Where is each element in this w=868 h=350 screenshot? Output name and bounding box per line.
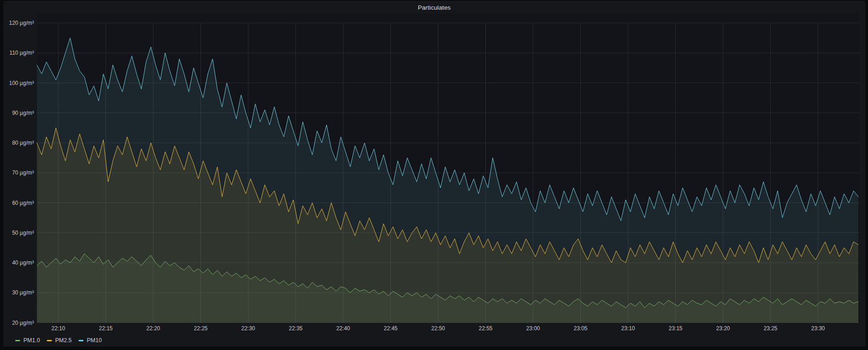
x-axis-label: 22:20 (139, 325, 167, 332)
legend-series-swatch-icon (47, 340, 52, 341)
legend: PM1.0PM2.5PM10 (15, 337, 102, 344)
y-axis-label: 100 µg/m³ (3, 80, 34, 86)
x-axis-label: 22:10 (45, 325, 72, 332)
x-axis-label: 22:35 (282, 325, 310, 332)
x-axis-label: 23:15 (662, 325, 690, 332)
x-axis-label: 23:10 (614, 325, 642, 332)
x-axis-label: 23:20 (709, 325, 737, 332)
x-axis-label: 23:00 (519, 325, 547, 332)
x-axis-label: 22:15 (92, 325, 120, 332)
particulates-panel: Particulates 120 µg/m³110 µg/m³100 µg/m³… (3, 1, 865, 347)
legend-label: PM1.0 (23, 337, 40, 344)
x-axis-label: 23:25 (757, 325, 785, 332)
legend-item-pm10[interactable]: PM1.0 (15, 337, 40, 344)
x-axis-label: 22:30 (234, 325, 262, 332)
y-axis-label: 70 µg/m³ (3, 169, 34, 176)
x-axis-label: 22:50 (424, 325, 452, 332)
legend-series-swatch-icon (15, 340, 20, 341)
dashboard-root: Particulates 120 µg/m³110 µg/m³100 µg/m³… (0, 0, 868, 350)
y-axis-label: 20 µg/m³ (3, 320, 34, 326)
y-axis-label: 60 µg/m³ (3, 200, 34, 206)
x-axis-label: 22:55 (472, 325, 500, 332)
y-axis-label: 50 µg/m³ (3, 230, 34, 236)
x-axis-label: 22:45 (377, 325, 405, 332)
time-series-plot[interactable] (3, 1, 868, 350)
legend-series-swatch-icon (78, 340, 83, 341)
legend-label: PM2.5 (55, 337, 72, 344)
y-axis-label: 80 µg/m³ (3, 140, 34, 146)
legend-item-pm25[interactable]: PM2.5 (47, 337, 72, 344)
y-axis-label: 40 µg/m³ (3, 260, 34, 266)
x-axis-label: 23:05 (567, 325, 595, 332)
legend-label: PM10 (87, 337, 102, 344)
x-axis-label: 22:25 (187, 325, 215, 332)
y-axis-label: 90 µg/m³ (3, 110, 34, 116)
legend-item-pm10[interactable]: PM10 (78, 337, 102, 344)
x-axis-label: 23:30 (804, 325, 832, 332)
y-axis-label: 120 µg/m³ (3, 20, 34, 26)
y-axis-label: 30 µg/m³ (3, 289, 34, 296)
x-axis-label: 22:40 (329, 325, 357, 332)
y-axis-label: 110 µg/m³ (3, 50, 34, 56)
